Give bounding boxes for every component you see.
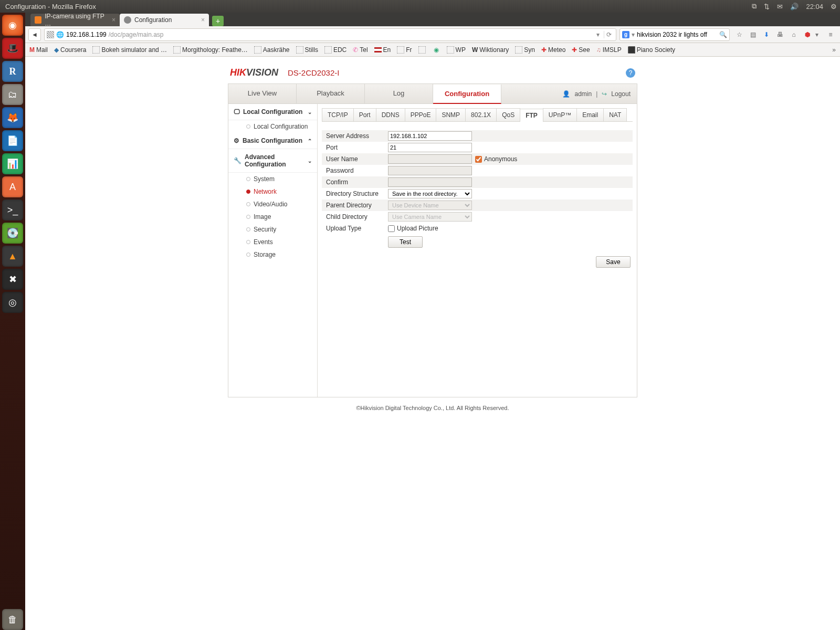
bookmark-item[interactable]: ♫IMSLP: [596, 46, 622, 54]
test-button[interactable]: Test: [388, 236, 423, 248]
bookmark-item[interactable]: EDC: [324, 46, 346, 54]
search-input[interactable]: [637, 31, 717, 38]
tab-live-view[interactable]: Live View: [228, 84, 297, 103]
bookmark-item[interactable]: [418, 46, 427, 54]
bookmark-item[interactable]: Bokeh simulator and …: [92, 46, 167, 54]
bookmarks-toolbar: MMail ◆Coursera Bokeh simulator and … Mo…: [25, 43, 840, 57]
dropbox-icon[interactable]: ⧉: [752, 2, 757, 10]
history-dropdown-icon[interactable]: ▾: [594, 31, 602, 38]
launcher-vlc-icon[interactable]: ▲: [2, 246, 23, 267]
mail-icon[interactable]: ✉: [777, 3, 783, 10]
sidebar-item-local-config[interactable]: Local Configuration: [228, 120, 317, 133]
input-server-address[interactable]: [388, 131, 472, 141]
bookmark-item[interactable]: Stills: [296, 46, 318, 54]
bookmark-item[interactable]: WWiktionary: [472, 46, 509, 54]
subtab-email[interactable]: Email: [576, 108, 604, 121]
launcher-app-icon[interactable]: ◎: [2, 292, 23, 313]
save-button[interactable]: Save: [596, 256, 631, 268]
label-password: Password: [322, 167, 388, 174]
launcher-files-icon[interactable]: 🗂: [2, 84, 23, 105]
bookmark-item[interactable]: Syn: [515, 46, 535, 54]
bookmark-item[interactable]: Aaskrähe: [254, 46, 290, 54]
close-icon[interactable]: ×: [201, 16, 205, 24]
volume-icon[interactable]: 🔊: [790, 3, 799, 10]
bookmark-item[interactable]: Morgithology: Feathe…: [173, 46, 248, 54]
subtab-pppoe[interactable]: PPPoE: [405, 108, 437, 121]
sidebar-item-security[interactable]: Security: [228, 223, 317, 236]
sidebar-group-local[interactable]: 🖵Local Configuration⌄: [228, 104, 317, 120]
bookmark-item[interactable]: ◆Coursera: [54, 46, 86, 54]
logout-link[interactable]: Logout: [611, 90, 631, 98]
url-path: /doc/page/main.asp: [109, 31, 164, 38]
checkbox-anonymous[interactable]: [475, 156, 482, 163]
bookmark-item[interactable]: En: [374, 46, 391, 54]
downloads-icon[interactable]: ⬇: [762, 31, 771, 38]
launcher-redhat-icon[interactable]: 🎩: [2, 38, 23, 59]
adblock-icon[interactable]: ⬢: [803, 31, 812, 38]
tab-playback[interactable]: Playback: [297, 84, 365, 103]
subtab-ftp[interactable]: FTP: [520, 109, 543, 122]
url-bar[interactable]: 🌐 192.168.1.199/doc/page/main.asp ▾ ⟳: [44, 28, 616, 41]
bookmark-item[interactable]: ✆Tel: [353, 46, 368, 54]
google-icon[interactable]: g: [622, 31, 629, 38]
subtab-port[interactable]: Port: [353, 108, 376, 121]
tab-log[interactable]: Log: [365, 84, 433, 103]
sidebar-group-basic[interactable]: ⚙Basic Configuration⌃: [228, 133, 317, 149]
launcher-firefox-icon[interactable]: 🦊: [2, 107, 23, 128]
subtab-ddns[interactable]: DDNS: [376, 108, 405, 121]
search-bar[interactable]: g ▾ 🔍: [620, 28, 730, 41]
clock[interactable]: 22:04: [806, 3, 823, 10]
launcher-gparted-icon[interactable]: 💽: [2, 223, 23, 244]
gear-icon[interactable]: ⚙: [831, 3, 837, 10]
launcher-writer-icon[interactable]: 📄: [2, 130, 23, 151]
search-icon[interactable]: 🔍: [719, 31, 727, 38]
network-icon[interactable]: ⇅: [764, 3, 770, 10]
home-icon[interactable]: ⌂: [790, 31, 798, 38]
bookmark-item[interactable]: ✚Meteo: [541, 46, 565, 54]
tab-configuration[interactable]: Configuration: [433, 85, 501, 104]
sidebar-item-system[interactable]: System: [228, 173, 317, 185]
back-button[interactable]: ◄: [28, 28, 41, 41]
sidebar-item-storage[interactable]: Storage: [228, 248, 317, 261]
identity-icon[interactable]: [47, 31, 54, 38]
dash-icon[interactable]: ◉: [2, 15, 23, 36]
launcher-rstudio-icon[interactable]: R: [2, 61, 23, 82]
launcher-software-icon[interactable]: A: [2, 176, 23, 197]
sidebar-item-network[interactable]: Network: [228, 185, 317, 198]
select-directory-structure[interactable]: Save in the root directory.: [388, 189, 472, 198]
launcher-trash-icon[interactable]: 🗑: [2, 609, 23, 630]
reload-icon[interactable]: ⟳: [604, 31, 614, 38]
bookmark-item[interactable]: MMail: [29, 46, 48, 54]
subtab-upnp[interactable]: UPnP™: [543, 108, 577, 121]
launcher-calc-icon[interactable]: 📊: [2, 153, 23, 174]
subtab-snmp[interactable]: SNMP: [436, 108, 466, 121]
sidebar-item-events[interactable]: Events: [228, 236, 317, 248]
new-tab-button[interactable]: +: [212, 16, 224, 26]
help-icon[interactable]: ?: [626, 68, 635, 78]
menu-icon[interactable]: ≡: [826, 31, 835, 38]
sidebar-item-image[interactable]: Image: [228, 211, 317, 223]
launcher-xchat-icon[interactable]: ✖: [2, 269, 23, 290]
sidebar-item-video[interactable]: Video/Audio: [228, 198, 317, 211]
bookmark-item[interactable]: Piano Society: [628, 46, 675, 54]
subtab-8021x[interactable]: 802.1X: [465, 108, 497, 121]
subtab-qos[interactable]: QoS: [496, 108, 520, 121]
checkbox-upload-picture[interactable]: [388, 225, 395, 232]
bookmark-star-icon[interactable]: ☆: [735, 31, 743, 38]
bookmarks-overflow-icon[interactable]: »: [832, 46, 836, 54]
subtab-nat[interactable]: NAT: [603, 108, 627, 121]
browser-tab-active[interactable]: Configuration ×: [120, 14, 209, 26]
print-icon[interactable]: 🖶: [776, 31, 784, 38]
launcher-terminal-icon[interactable]: >_: [2, 200, 23, 220]
bookmark-item[interactable]: ◉: [434, 46, 440, 54]
subtab-tcpip[interactable]: TCP/IP: [322, 108, 354, 121]
input-port[interactable]: [388, 143, 472, 152]
close-icon[interactable]: ×: [112, 16, 116, 24]
browser-tab-inactive[interactable]: IP-camera using FTP … ×: [30, 14, 120, 26]
page-footer: ©Hikvision Digital Technology Co., Ltd. …: [25, 397, 840, 418]
bookmark-item[interactable]: ✚See: [572, 46, 590, 54]
bookmark-item[interactable]: Fr: [397, 46, 412, 54]
library-icon[interactable]: ▤: [749, 31, 757, 38]
bookmark-item[interactable]: WP: [447, 46, 466, 54]
sidebar-group-advanced[interactable]: 🔧Advanced Configuration⌄: [228, 149, 317, 173]
